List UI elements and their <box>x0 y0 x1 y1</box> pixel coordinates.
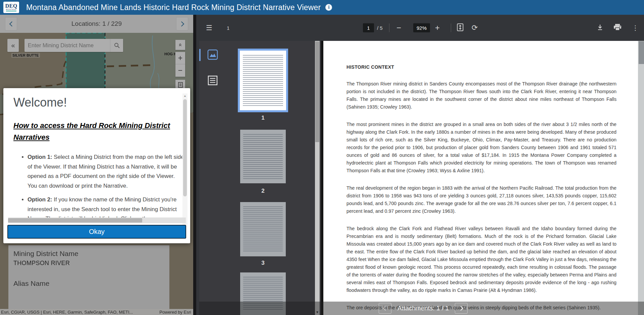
document-heading: HISTORIC CONTEXT <box>346 64 616 70</box>
district-name-label: Mining District Name <box>13 250 169 258</box>
search-button[interactable] <box>110 39 123 52</box>
chevron-left-icon <box>9 21 14 26</box>
document-index-label: 1 <box>227 25 229 31</box>
app-root: DEQ MONTANA Montana Abandoned Mine Lands… <box>0 0 644 315</box>
pdf-toolbar: ☰ 1 / 5 − 92% + ⟳ <box>199 15 644 41</box>
map-label-silver-butte: SILVER BUTTE <box>11 53 40 58</box>
locations-bar: Locations: 1 / 229 <box>0 15 193 33</box>
deq-logo-text: DEQ <box>5 3 17 9</box>
thumbnail-3-number: 3 <box>238 260 288 266</box>
thumbnails-scrollbar[interactable]: ▼ <box>315 41 320 315</box>
pdf-scrollbar[interactable] <box>638 41 644 315</box>
pdf-scroll-thumb[interactable] <box>639 41 644 64</box>
pdf-viewer: ☰ 1 / 5 − 92% + ⟳ <box>193 15 644 315</box>
attachment-prev-button[interactable] <box>379 303 391 314</box>
outline-view-button[interactable] <box>207 75 218 87</box>
document-paragraph: The Thompson River mining district in Sa… <box>346 80 616 111</box>
print-icon <box>613 24 622 31</box>
page-thumbnail-2[interactable] <box>240 130 286 183</box>
image-icon <box>207 49 218 60</box>
more-options-button[interactable]: ⋮ <box>632 24 639 32</box>
attachment-next-button[interactable] <box>455 303 468 314</box>
thumbnails-scroll-thumb[interactable] <box>315 42 319 142</box>
zoom-level-value[interactable]: 92% <box>413 23 430 33</box>
thumbnail-content <box>243 206 283 252</box>
list-item: Option 1: Select a Mining District from … <box>28 152 184 191</box>
thumbnail-content <box>243 55 283 106</box>
document-paragraph: The most prominent mines in the district… <box>346 121 616 175</box>
toolbar-divider <box>451 23 451 32</box>
chevron-right-icon <box>179 21 184 26</box>
page-extent-icon <box>178 82 183 88</box>
minus-icon: − <box>178 66 182 75</box>
dialog-horizontal-scrollbar[interactable]: ◄ <box>8 217 186 223</box>
download-button[interactable] <box>597 24 603 32</box>
page-thumbnail-3[interactable] <box>240 202 286 256</box>
chevron-left-icon <box>383 306 388 311</box>
locations-next-button[interactable] <box>176 17 188 30</box>
rotate-icon: ⟳ <box>472 23 478 32</box>
vertical-scroll-thumb[interactable] <box>183 99 187 196</box>
thumbnail-2-number: 2 <box>238 188 288 194</box>
dialog-heading: How to access the Hard Rock Mining Distr… <box>13 120 180 143</box>
thumbnail-1-number: 1 <box>238 115 288 121</box>
toolbar-divider <box>389 23 389 32</box>
sidebar-toggle-button[interactable]: ☰ <box>206 24 212 32</box>
fit-page-button[interactable] <box>457 23 464 33</box>
page-number-input[interactable] <box>363 23 374 33</box>
plus-icon: + <box>435 23 440 32</box>
okay-button[interactable]: Okay <box>7 225 186 239</box>
locations-count-label: Locations: 1 / 229 <box>71 20 122 27</box>
info-icon[interactable]: i <box>325 4 332 11</box>
dialog-vertical-scrollbar[interactable]: ▲ <box>182 93 187 225</box>
district-name-value: THOMPSON RIVER <box>13 260 169 267</box>
panel-divider <box>321 41 323 315</box>
search-widget <box>24 39 123 52</box>
thumbnails-view-button[interactable] <box>207 49 218 61</box>
locations-prev-button[interactable] <box>5 17 17 30</box>
chevron-right-icon <box>458 306 463 311</box>
kebab-menu-icon: ⋮ <box>632 24 639 32</box>
double-chevron-left-icon: « <box>11 42 15 49</box>
zoom-out-button[interactable]: − <box>175 64 185 77</box>
dialog-title: Welcome! <box>13 96 190 110</box>
page-thumbnail-1[interactable] <box>238 49 288 112</box>
attachments-bar: Attachments: 1 / 1 <box>199 302 644 315</box>
feature-info-panel: Mining District Name THOMPSON RIVER Alia… <box>8 245 169 309</box>
rotate-pages-button[interactable]: ⟳ <box>472 23 478 32</box>
minus-icon: − <box>396 23 401 32</box>
double-chevron-up-icon: « <box>177 43 184 46</box>
page-title: Montana Abandoned Mine Lands Historic Ha… <box>26 3 321 12</box>
welcome-dialog: Welcome! How to access the Hard Rock Min… <box>3 88 190 243</box>
hamburger-menu-icon: ☰ <box>206 24 212 32</box>
download-icon <box>597 24 603 31</box>
pdf-body: 1 2 3 ▼ HISTORIC CONTEXT The Thompson Ri… <box>199 41 644 315</box>
dialog-instructions-list: Option 1: Select a Mining District from … <box>3 152 184 224</box>
horizontal-scroll-thumb[interactable] <box>8 218 142 223</box>
map-attribution: Esri, CGIAR, USGS | Esri, HERE, Garmin, … <box>0 309 193 315</box>
scroll-up-icon[interactable]: ▲ <box>182 93 187 98</box>
print-button[interactable] <box>613 24 622 32</box>
powered-by-esri: Powered by Esri <box>159 310 191 315</box>
fit-page-icon <box>457 23 464 32</box>
thumbnail-content <box>243 134 283 179</box>
map-panel: Locations: 1 / 229 <box>0 15 193 315</box>
list-icon <box>207 75 218 86</box>
deq-logo: DEQ MONTANA <box>3 2 19 13</box>
option-2-label: Option 2: <box>28 196 52 203</box>
collapse-up-button[interactable]: « <box>175 40 185 50</box>
search-input[interactable] <box>24 39 110 52</box>
search-icon <box>114 43 120 48</box>
zoom-out-pdf-button[interactable]: − <box>396 23 401 33</box>
attachments-count-label: Attachments: 1 / 1 <box>397 305 449 312</box>
search-collapse-button[interactable]: « <box>7 39 19 52</box>
document-paragraph: The real development of the region began… <box>346 184 616 215</box>
app-header: DEQ MONTANA Montana Abandoned Mine Lands… <box>0 0 644 15</box>
document-paragraph: The bedrock along the Clark Fork and Fla… <box>346 225 616 294</box>
zoom-in-pdf-button[interactable]: + <box>435 23 440 33</box>
deq-logo-subtext: MONTANA <box>6 9 17 11</box>
page-count-label: / 5 <box>377 25 383 31</box>
zoom-in-button[interactable]: + <box>175 52 185 64</box>
thumbnails-panel: 1 2 3 ▼ <box>199 41 321 315</box>
pdf-page: HISTORIC CONTEXT The Thompson River mini… <box>323 41 638 315</box>
